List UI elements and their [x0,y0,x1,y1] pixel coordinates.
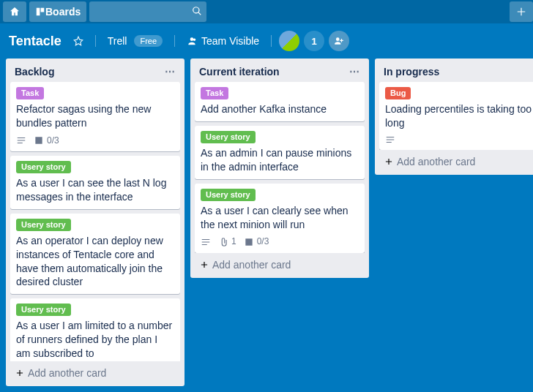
plus-icon [384,157,394,167]
checklist-count: 0/3 [257,235,269,247]
card-title: As a user I am limited to a number of ru… [16,319,174,361]
card-labels: Usery story [16,161,174,173]
card[interactable]: Usery storyAs an admin I can pause minio… [195,126,365,179]
card-label[interactable]: Usery story [201,131,256,143]
list-title[interactable]: Backlog [15,66,54,78]
org-name: Trell [108,35,127,47]
member-count[interactable]: 1 [304,31,324,51]
attachment-badge: 1 [218,235,236,247]
card-title: As an operator I can deploy new instance… [16,234,174,290]
card-title: Refactor sagas using the new bundles pat… [16,102,174,130]
description-badge [16,135,26,146]
description-badge [201,237,211,247]
card-label[interactable]: Task [16,87,44,99]
cards-container: BugLoading percentiles is taking too lon… [379,82,533,150]
add-card-button[interactable]: Add another card [379,150,533,170]
card-labels: Task [201,87,359,99]
card-label[interactable]: Usery story [16,219,71,231]
attachment-count: 1 [231,235,236,247]
member-avatar[interactable] [279,31,299,51]
star-icon [73,36,83,46]
search-input[interactable] [89,1,206,22]
description-icon [201,237,211,247]
card-badges: 0/3 [16,135,174,146]
card-label[interactable]: Usery story [201,189,256,201]
card-labels: Usery story [16,219,174,231]
card[interactable]: TaskAdd another Kafka instance [195,82,365,121]
add-card-button[interactable]: Add another card [195,253,365,274]
person-add-icon [334,36,344,46]
board-canvas: Backlog⋯TaskRefactor sagas using the new… [0,59,533,392]
card-label[interactable]: Bug [385,87,411,99]
list-header: Current iteration⋯ [195,63,365,82]
divider [271,35,272,47]
card-labels: Usery story [201,131,359,143]
cards-container: TaskRefactor sagas using the new bundles… [10,82,180,361]
card-label[interactable]: Usery story [16,161,71,173]
card-labels: Task [16,87,174,99]
card[interactable]: BugLoading percentiles is taking too lon… [379,82,533,150]
people-icon [187,36,197,46]
checklist-badge: 0/3 [244,235,269,247]
visibility-button[interactable]: Team Visible [182,32,264,50]
card[interactable]: TaskRefactor sagas using the new bundles… [10,82,180,151]
add-card-label: Add another card [212,259,291,271]
list-title[interactable]: Current iteration [199,66,280,78]
description-icon [16,135,26,146]
plus-icon [199,260,209,270]
card-title: As an admin I can pause minions in the a… [201,146,359,174]
card[interactable]: Usery storyAs an operator I can deploy n… [10,214,180,295]
divider [95,35,96,47]
card-title: Add another Kafka instance [201,102,359,116]
home-icon [9,6,20,18]
card-title: Loading percentiles is taking too long [385,102,533,130]
list: Current iteration⋯TaskAdd another Kafka … [190,59,369,278]
checklist-count: 0/3 [47,135,59,146]
list-title[interactable]: In progress [384,66,439,78]
description-icon [385,135,395,145]
board-header: Tentacle Trell Free Team Visible 1 [0,23,533,59]
star-button[interactable] [69,33,88,49]
topbar-right-button[interactable] [510,1,533,22]
add-card-label: Add another card [397,156,475,167]
checklist-badge: 0/3 [34,135,59,146]
visibility-label: Team Visible [201,35,259,47]
checklist-icon [34,135,44,146]
org-button[interactable]: Trell Free [103,32,167,50]
list-header: Backlog⋯ [10,63,180,82]
card-labels: Usery story [16,304,174,316]
description-badge [385,135,395,145]
add-card-button[interactable]: Add another card [10,361,180,382]
top-bar: Boards [0,0,533,23]
card-label[interactable]: Usery story [16,304,71,316]
card-badges: 10/3 [201,235,359,247]
plus-icon [15,368,25,378]
list: Backlog⋯TaskRefactor sagas using the new… [6,59,184,386]
card[interactable]: Usery storyAs a user I can see the last … [10,156,180,209]
attachment-icon [218,237,228,247]
member-avatars: 1 [279,31,349,51]
boards-button[interactable]: Boards [29,1,86,22]
card-labels: Bug [385,87,533,99]
invite-button[interactable] [329,31,349,51]
card-title: As a user I can see the last N log messa… [16,176,174,204]
list-menu-button[interactable]: ⋯ [349,66,360,78]
card-labels: Usery story [201,189,359,201]
checklist-icon [244,237,254,247]
list-header: In progress [379,63,533,82]
cards-container: TaskAdd another Kafka instanceUsery stor… [195,82,365,253]
board-name[interactable]: Tentacle [9,34,61,49]
card[interactable]: Usery storyAs a user I can clearly see w… [195,184,365,253]
add-card-label: Add another card [28,367,106,379]
boards-label: Boards [45,6,81,18]
boards-icon [35,7,45,17]
org-plan-badge: Free [134,35,163,47]
card-label[interactable]: Task [201,87,228,99]
card-badges [385,135,533,145]
plus-icon [516,7,526,17]
home-button[interactable] [3,1,26,22]
card[interactable]: Usery storyAs a user I am limited to a n… [10,298,180,361]
card-title: As a user I can clearly see when the nex… [201,204,359,232]
divider [174,35,175,47]
list-menu-button[interactable]: ⋯ [165,66,176,78]
